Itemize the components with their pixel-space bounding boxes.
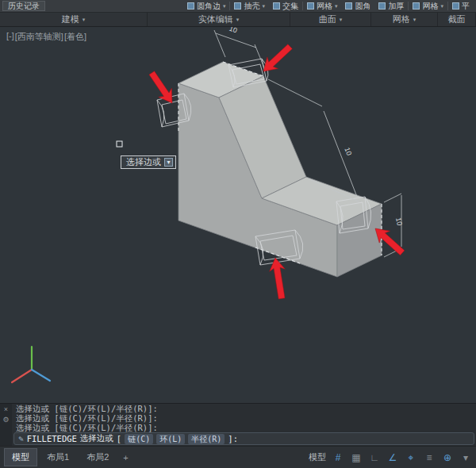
- ribbon-button-shell[interactable]: 抽壳 ▾: [230, 0, 269, 12]
- customize-command-icon[interactable]: ⚙: [2, 416, 9, 424]
- panel-modeling[interactable]: 建模 ▾: [0, 13, 148, 26]
- dynamic-input-down-icon[interactable]: ▾: [164, 158, 173, 167]
- panel-section[interactable]: 截面: [438, 13, 476, 26]
- ribbon-button-mesh[interactable]: 网格 ▾: [303, 0, 342, 12]
- smooth-icon: [452, 2, 459, 10]
- tooltip-text: 选择边或: [126, 156, 161, 168]
- ortho-icon[interactable]: ∟: [368, 452, 381, 463]
- dropdown-arrow-icon: ▾: [223, 3, 226, 10]
- bracket-close: ]:: [228, 434, 238, 443]
- ribbon-button-thicken[interactable]: 加厚: [374, 0, 408, 12]
- button-label: 网格: [422, 1, 438, 12]
- dimension-value: 10: [394, 217, 404, 226]
- panel-mesh[interactable]: 网格 ▾: [371, 13, 438, 26]
- shell-icon: [234, 2, 241, 10]
- ribbon-toolbar: 历史记录 圆角边 ▾ 抽壳 ▾ 交集 网格 ▾ 圆角 加厚: [0, 0, 476, 13]
- ribbon-button-smooth[interactable]: 平: [448, 0, 474, 12]
- button-label: 圆角边: [197, 1, 221, 12]
- command-history-line: 选择边或 [链(C)/环(L)/半径(R)]:: [12, 404, 476, 413]
- thicken-icon: [378, 2, 386, 10]
- option-radius-button[interactable]: 半径(R): [188, 434, 225, 444]
- bracket-open: [: [117, 434, 121, 443]
- status-toggles: 模型 # ▦ ∟ ∠ ⌖ ≡ ⊕ ▾: [309, 451, 472, 463]
- autocad-window: 历史记录 圆角边 ▾ 抽壳 ▾ 交集 网格 ▾ 圆角 加厚: [0, 0, 476, 468]
- command-typing-icon: ✎: [18, 434, 24, 444]
- dynamic-input-icon[interactable]: ⊕: [441, 452, 454, 463]
- status-bar: 模型 布局1 布局2 + 模型 # ▦ ∟ ∠ ⌖ ≡ ⊕ ▾: [0, 446, 476, 468]
- tab-layout2[interactable]: 布局2: [79, 448, 117, 466]
- new-layout-button[interactable]: +: [118, 451, 132, 465]
- button-label: 平: [462, 1, 470, 12]
- dimension-value: 10: [343, 146, 353, 156]
- command-prompt: 选择边或: [80, 433, 113, 444]
- panel-surface[interactable]: 曲面 ▾: [290, 13, 371, 26]
- dropdown-arrow-icon: ▾: [335, 3, 338, 10]
- intersect-icon: [273, 2, 280, 10]
- close-command-icon[interactable]: ×: [4, 405, 8, 413]
- panel-label: 截面: [448, 13, 466, 25]
- history-button[interactable]: 历史记录: [2, 1, 45, 11]
- command-history-line: 选择边或 [链(C)/环(L)/半径(R)]:: [12, 413, 476, 423]
- dropdown-arrow-icon: ▾: [262, 3, 265, 10]
- mesh-icon: [413, 2, 420, 10]
- panel-label: 曲面: [319, 13, 336, 25]
- button-label: 抽壳: [244, 1, 259, 12]
- command-input[interactable]: ✎ FILLETEDGE 选择边或 [ 链(C) 环(L) 半径(R) ]:: [13, 432, 474, 445]
- pickbox-cursor: [117, 141, 122, 147]
- option-loop-button[interactable]: 环(L): [156, 434, 185, 444]
- model-viewport[interactable]: 10 10 10: [0, 27, 476, 403]
- polar-tracking-icon[interactable]: ∠: [386, 452, 399, 463]
- panel-dropdown-icon: ▾: [340, 17, 343, 23]
- fillet-icon: [345, 2, 352, 10]
- snap-icon[interactable]: ▦: [350, 452, 363, 463]
- panel-dropdown-icon: ▾: [83, 17, 86, 23]
- panel-label: 网格: [393, 13, 410, 25]
- command-history: 选择边或 [链(C)/环(L)/半径(R)]: 选择边或 [链(C)/环(L)/…: [12, 404, 476, 446]
- command-line-area: × ⚙ 选择边或 [链(C)/环(L)/半径(R)]: 选择边或 [链(C)/环…: [0, 403, 476, 446]
- history-button-label: 历史记录: [8, 1, 40, 12]
- ribbon-button-fillet-edge[interactable]: 圆角边 ▾: [183, 0, 230, 12]
- button-label: 交集: [282, 1, 298, 12]
- object-snap-icon[interactable]: ⌖: [405, 452, 417, 463]
- mesh-icon: [307, 2, 314, 10]
- fillet-edge-icon: [187, 2, 194, 10]
- ucs-icon[interactable]: [12, 347, 50, 382]
- panel-label: 建模: [62, 13, 79, 25]
- panel-dropdown-icon: ▾: [413, 17, 416, 23]
- grid-icon[interactable]: #: [332, 452, 344, 463]
- dropdown-arrow-icon: ▾: [440, 3, 443, 10]
- button-label: 加厚: [388, 1, 404, 12]
- viewport-canvas[interactable]: 10 10 10: [0, 27, 476, 403]
- viewport-label: [-] [西南等轴测] [着色]: [6, 31, 86, 43]
- ribbon-button-mesh-2[interactable]: 网格 ▾: [409, 0, 447, 12]
- annotation-arrow-top-right: [258, 40, 295, 77]
- ucs-x-axis: [12, 370, 32, 382]
- option-chain-button[interactable]: 链(C): [125, 434, 153, 444]
- ribbon-button-fillet[interactable]: 圆角: [341, 0, 374, 12]
- dynamic-input-tooltip: 选择边或 ▾: [121, 155, 176, 169]
- command-gutter: × ⚙: [0, 404, 12, 446]
- dimension-value: 10: [228, 27, 239, 35]
- view-controls-menu[interactable]: [西南等轴测]: [15, 31, 63, 43]
- solid-model[interactable]: [178, 62, 382, 277]
- ribbon-button-intersect[interactable]: 交集: [269, 0, 302, 12]
- customization-icon[interactable]: ▾: [459, 452, 472, 463]
- tab-model[interactable]: 模型: [4, 448, 37, 466]
- panel-dropdown-icon: ▾: [236, 17, 240, 23]
- viewport-controls-menu[interactable]: [-]: [6, 31, 14, 43]
- ucs-z-axis: [32, 370, 50, 381]
- button-label: 网格: [317, 1, 332, 12]
- tab-layout1[interactable]: 布局1: [39, 448, 77, 466]
- lineweight-icon[interactable]: ≡: [423, 452, 436, 463]
- command-history-line: 选择边或 [链(C)/环(L)/半径(R)]:: [12, 423, 476, 432]
- button-label: 圆角: [355, 1, 370, 12]
- ribbon-panel-titles: 建模 ▾ 实体编辑 ▾ 曲面 ▾ 网格 ▾ 截面: [0, 13, 476, 27]
- model-space-label[interactable]: 模型: [309, 451, 326, 463]
- visual-style-menu[interactable]: [着色]: [64, 31, 86, 43]
- panel-solid-editing[interactable]: 实体编辑 ▾: [148, 13, 290, 26]
- panel-label: 实体编辑: [198, 13, 233, 25]
- active-command-name: FILLETEDGE: [27, 434, 77, 443]
